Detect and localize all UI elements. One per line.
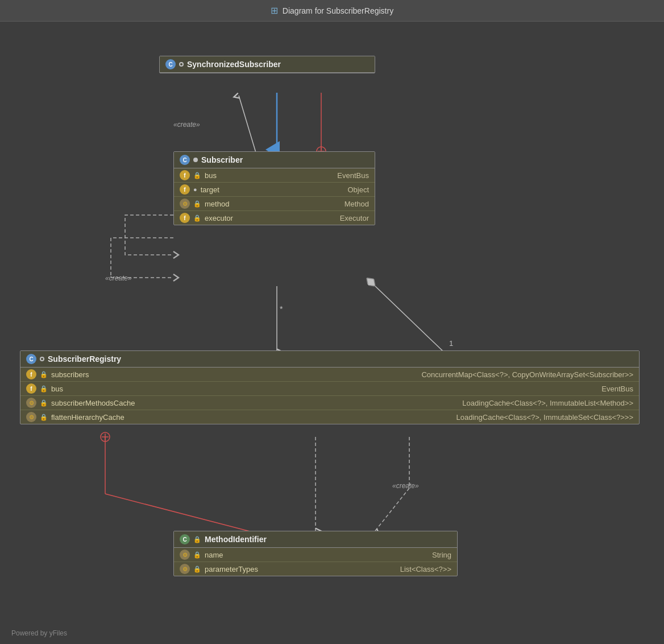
svg-text:«create»: «create»	[105, 274, 132, 282]
subscriber-box: C Subscriber f 🔒 bus EventBus f ● target…	[173, 151, 375, 225]
field-name-method: method	[205, 200, 307, 208]
subscriber-field-target: f ● target Object	[174, 183, 375, 197]
svg-text:1: 1	[449, 339, 453, 348]
registry-field-methods-cache: ⚙ 🔒 subscriberMethodsCache LoadingCache<…	[20, 396, 639, 410]
field-type-flatten-cache: LoadingCache<Class<?>, ImmutableSet<Clas…	[457, 413, 633, 422]
svg-line-16	[375, 488, 409, 531]
subscriber-field-bus: f 🔒 bus EventBus	[174, 168, 375, 183]
field-icon-reg-bus: f	[26, 383, 36, 394]
lock-mi-params: 🔒	[193, 565, 201, 573]
subscriber-registry-header: C SubscriberRegistry	[20, 351, 639, 368]
lock-reg-bus: 🔒	[40, 385, 48, 393]
field-name-methods-cache: subscriberMethodsCache	[51, 399, 153, 407]
registry-field-subscribers: f 🔒 subscribers ConcurrentMap<Class<?>, …	[20, 368, 639, 382]
field-type-mi-name: String	[432, 551, 451, 559]
field-name-target: target	[201, 185, 303, 194]
field-type-method: Method	[345, 200, 369, 208]
field-type-target: Object	[347, 185, 369, 194]
field-icon-flatten-cache: ⚙	[26, 412, 36, 422]
subscriber-name: Subscriber	[201, 155, 243, 164]
class-icon-mi: C	[180, 534, 190, 544]
class-icon-sync: C	[165, 59, 176, 69]
visibility-circle-sub	[193, 158, 198, 162]
registry-field-flatten-cache: ⚙ 🔒 flattenHierarchyCache LoadingCache<C…	[20, 410, 639, 424]
svg-line-4	[239, 96, 256, 152]
class-icon-reg: C	[26, 354, 36, 364]
field-type-methods-cache: LoadingCache<Class<?>, ImmutableList<Met…	[462, 399, 633, 407]
class-icon-sub: C	[180, 155, 190, 165]
field-icon-mi-params: ⚙	[180, 564, 190, 574]
lock-methods-cache: 🔒	[40, 399, 48, 407]
field-name-subscribers: subscribers	[51, 370, 153, 379]
diagram-area: «create» «create» * 1 «create»	[0, 22, 664, 644]
lock-bus: 🔒	[193, 172, 201, 179]
field-type-reg-bus: EventBus	[601, 385, 633, 393]
field-icon-bus: f	[180, 170, 190, 180]
synchronized-subscriber-header: C SynchronizedSubscriber	[160, 56, 375, 73]
field-name-flatten-cache: flattenHierarchyCache	[51, 413, 153, 422]
field-type-subscribers: ConcurrentMap<Class<?>, CopyOnWriteArray…	[421, 370, 633, 379]
method-identifier-box: C 🔒 MethodIdentifier ⚙ 🔒 name String ⚙ 🔒…	[173, 531, 458, 576]
lock-method: 🔒	[193, 200, 201, 208]
mi-field-name: ⚙ 🔒 name String	[174, 548, 457, 562]
subscriber-field-executor: f 🔒 executor Executor	[174, 211, 375, 225]
watermark: Powered by yFiles	[11, 629, 67, 637]
field-name-bus: bus	[205, 171, 307, 180]
field-icon-target: f	[180, 184, 190, 195]
svg-text:*: *	[280, 304, 283, 313]
field-name-executor: executor	[205, 214, 307, 222]
synchronized-subscriber-box: C SynchronizedSubscriber	[159, 56, 375, 73]
subscriber-field-method: ⚙ 🔒 method Method	[174, 197, 375, 211]
field-name-reg-bus: bus	[51, 385, 153, 393]
field-name-mi-name: name	[205, 551, 307, 559]
visibility-circle-reg	[40, 357, 44, 361]
field-icon-methods-cache: ⚙	[26, 398, 36, 408]
svg-line-12	[375, 286, 443, 352]
subscriber-header: C Subscriber	[174, 152, 375, 168]
lock-executor: 🔒	[193, 214, 201, 222]
lock-subscribers: 🔒	[40, 371, 48, 378]
field-icon-method: ⚙	[180, 199, 190, 209]
svg-line-19	[105, 494, 259, 534]
method-identifier-name: MethodIdentifier	[205, 535, 267, 544]
field-icon-mi-name: ⚙	[180, 550, 190, 560]
title-bar: ⊞ Diagram for SubscriberRegistry	[0, 0, 664, 22]
svg-text:«create»: «create»	[173, 121, 200, 129]
subscriber-registry-name: SubscriberRegistry	[48, 354, 121, 364]
title-text: Diagram for SubscriberRegistry	[283, 6, 393, 15]
visibility-circle-sync	[179, 62, 184, 67]
lock-mi-name: 🔒	[193, 551, 201, 559]
subscriber-registry-box: C SubscriberRegistry f 🔒 subscribers Con…	[20, 350, 640, 424]
lock-mi-header: 🔒	[193, 536, 201, 543]
field-type-bus: EventBus	[337, 171, 369, 180]
svg-point-20	[101, 432, 110, 441]
diagram-icon: ⊞	[271, 5, 278, 16]
registry-field-bus: f 🔒 bus EventBus	[20, 382, 639, 396]
field-icon-subscribers: f	[26, 369, 36, 379]
field-name-mi-params: parameterTypes	[205, 565, 307, 573]
field-type-executor: Executor	[340, 214, 369, 222]
field-icon-executor: f	[180, 213, 190, 223]
field-type-mi-params: List<Class<?>>	[400, 565, 451, 573]
synchronized-subscriber-name: SynchronizedSubscriber	[187, 60, 281, 69]
mi-field-param-types: ⚙ 🔒 parameterTypes List<Class<?>>	[174, 562, 457, 576]
lock-flatten-cache: 🔒	[40, 414, 48, 421]
circle-target: ●	[193, 186, 197, 193]
svg-text:«create»: «create»	[392, 482, 419, 490]
method-identifier-header: C 🔒 MethodIdentifier	[174, 531, 457, 548]
